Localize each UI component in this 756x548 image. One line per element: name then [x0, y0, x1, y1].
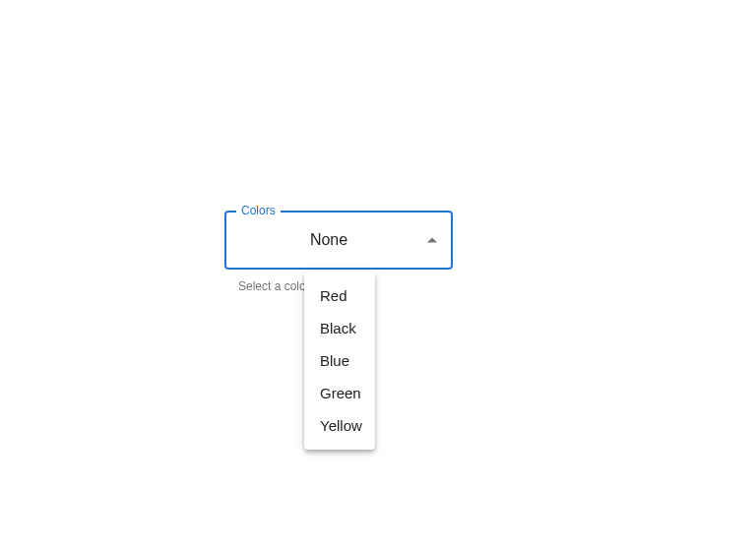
option-red[interactable]: Red [304, 279, 375, 312]
color-select-dropdown: Red Black Blue Green Yellow [304, 272, 375, 450]
option-yellow[interactable]: Yellow [304, 409, 375, 442]
caret-up-icon [427, 238, 437, 243]
select-value: None [238, 231, 439, 249]
option-blue[interactable]: Blue [304, 344, 375, 377]
option-green[interactable]: Green [304, 377, 375, 409]
option-black[interactable]: Black [304, 312, 375, 344]
color-select[interactable]: Colors None [224, 211, 453, 270]
select-label: Colors [236, 204, 281, 217]
